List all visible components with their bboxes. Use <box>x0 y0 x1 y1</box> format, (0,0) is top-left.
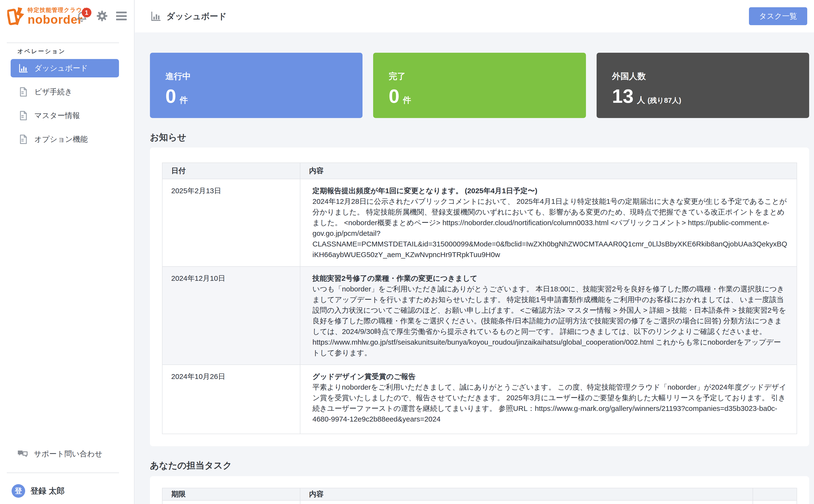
notifications-button[interactable]: 1 <box>76 9 89 23</box>
announcement-title: グッドデザイン賞受賞のご報告 <box>312 371 788 382</box>
sidebar-item-master[interactable]: マスター情報 <box>11 106 119 125</box>
chat-bubbles-icon <box>17 449 28 459</box>
table-row <box>162 500 797 504</box>
sidebar-item-label: マスター情報 <box>34 111 80 121</box>
sidebar-item-dashboard[interactable]: ダッシュボード <box>11 59 119 77</box>
announcement-title: 技能実習2号修了の業種・作業の変更につきまして <box>312 273 788 284</box>
column-header-content: 内容 <box>300 163 797 179</box>
task-list-button[interactable]: タスク一覧 <box>749 7 807 25</box>
document-icon <box>18 111 28 121</box>
table-row: 2024年10月26日 グッドデザイン賞受賞のご報告 平素よりnoborderを… <box>162 365 797 434</box>
stat-unit: 件 <box>180 95 188 106</box>
table-row: 2024年12月10日 技能実習2号修了の業種・作業の変更につきまして いつも「… <box>162 267 797 365</box>
sidebar-item-label: オプション機能 <box>34 134 88 144</box>
stat-label: 完了 <box>389 71 570 82</box>
announcement-date: 2024年12月10日 <box>162 267 300 365</box>
announcement-body: 2024年12月28日に公示されたパブリックコメントにおいて、 2025年4月1… <box>312 196 788 260</box>
sidebar-item-label: ダッシュボード <box>34 63 88 73</box>
gear-icon <box>96 10 108 22</box>
sidebar-item-label: ビザ手続き <box>34 87 72 97</box>
user-menu[interactable]: 登 登録 太郎 <box>12 484 65 498</box>
stat-card-in-progress: 進行中 0 件 <box>150 53 363 118</box>
announcement-body: いつも「noborder」をご利用いただき誠にありがとうございます。 本日18:… <box>312 284 788 358</box>
sidebar-section-label: オペレーション <box>17 47 66 55</box>
document-icon <box>18 134 28 144</box>
stat-unit: 人 <box>637 95 645 106</box>
sidebar: 特定技能管理クラウド noborder 1 <box>0 0 134 504</box>
stat-note: (残り87人) <box>648 96 681 105</box>
column-header-actions <box>753 488 797 500</box>
page-title: ダッシュボード <box>166 11 227 22</box>
bar-chart-icon <box>18 63 28 73</box>
announcements-panel: 日付 内容 2025年2月13日 定期報告提出頻度が年1回に変更となります。 (… <box>150 148 809 446</box>
stat-label: 進行中 <box>165 71 347 82</box>
hamburger-menu-icon[interactable] <box>116 12 127 20</box>
announcement-date: 2025年2月13日 <box>162 179 300 267</box>
table-row: 2025年2月13日 定期報告提出頻度が年1回に変更となります。 (2025年4… <box>162 179 797 267</box>
announcements-heading: お知らせ <box>150 132 809 143</box>
announcement-date: 2024年10月26日 <box>162 365 300 434</box>
tasks-table: 期限 内容 <box>162 488 797 504</box>
stat-unit: 件 <box>403 95 411 106</box>
notification-badge: 1 <box>82 8 91 17</box>
noborder-logo-icon <box>7 7 25 26</box>
stat-cards: 進行中 0 件 完了 0 件 外国人数 13 人 (残り87人) <box>150 53 809 118</box>
support-contact-label: サポート問い合わせ <box>34 449 102 459</box>
stat-card-foreigners: 外国人数 13 人 (残り87人) <box>597 53 809 118</box>
user-name: 登録 太郎 <box>30 486 65 497</box>
avatar: 登 <box>12 484 25 498</box>
document-icon <box>18 87 28 97</box>
column-header-date: 日付 <box>162 163 300 179</box>
column-header-content: 内容 <box>300 488 753 500</box>
stat-card-completed: 完了 0 件 <box>373 53 586 118</box>
column-header-deadline: 期限 <box>162 488 300 500</box>
stat-value: 13 <box>612 87 634 106</box>
sidebar-divider <box>7 473 119 473</box>
support-contact-link[interactable]: サポート問い合わせ <box>17 449 102 459</box>
content: 進行中 0 件 完了 0 件 外国人数 13 人 (残り87人) <box>135 32 814 504</box>
sidebar-item-options[interactable]: オプション機能 <box>11 130 119 148</box>
sidebar-divider <box>7 43 119 43</box>
tasks-heading: あなたの担当タスク <box>150 460 809 471</box>
announcement-title: 定期報告提出頻度が年1回に変更となります。 (2025年4月1日予定〜) <box>312 185 788 196</box>
announcements-table: 日付 内容 2025年2月13日 定期報告提出頻度が年1回に変更となります。 (… <box>162 163 797 434</box>
sidebar-nav: ダッシュボード ビザ手続き マスター情報 オプション機能 <box>11 59 119 154</box>
tasks-panel: 期限 内容 <box>150 476 809 504</box>
topbar: ダッシュボード タスク一覧 <box>135 0 814 32</box>
stat-value: 0 <box>165 87 176 106</box>
announcement-body: 平素よりnoborderをご利用いただきまして、誠にありがとうございます。 この… <box>312 382 788 424</box>
bar-chart-icon <box>150 11 161 22</box>
settings-button[interactable] <box>96 10 108 22</box>
stat-value: 0 <box>389 87 400 106</box>
main-area: ダッシュボード タスク一覧 進行中 0 件 完了 0 件 外国人数 <box>135 0 814 504</box>
sidebar-item-visa[interactable]: ビザ手続き <box>11 83 119 101</box>
stat-label: 外国人数 <box>612 71 794 82</box>
